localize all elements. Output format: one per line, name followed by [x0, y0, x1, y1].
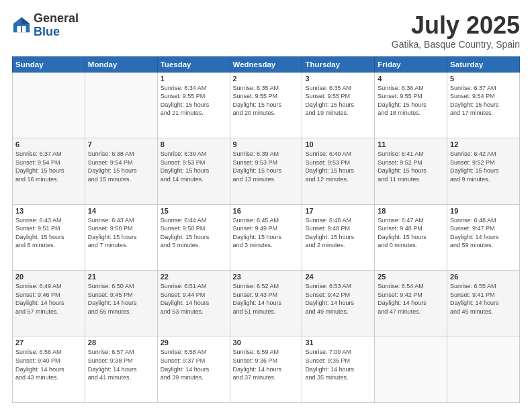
calendar-header-monday: Monday — [85, 56, 157, 72]
day-info: Sunrise: 6:55 AM Sunset: 9:41 PM Dayligh… — [450, 282, 517, 316]
day-number: 17 — [305, 207, 371, 215]
day-number: 27 — [15, 338, 82, 347]
day-number: 19 — [450, 207, 517, 215]
day-info: Sunrise: 6:35 AM Sunset: 9:55 PM Dayligh… — [305, 84, 371, 118]
title-block: July 2025 Gatika, Basque Country, Spain — [392, 12, 520, 50]
day-info: Sunrise: 6:45 AM Sunset: 9:49 PM Dayligh… — [233, 216, 300, 250]
calendar-week-row: 20Sunrise: 6:49 AM Sunset: 9:46 PM Dayli… — [13, 271, 520, 336]
day-info: Sunrise: 7:00 AM Sunset: 9:35 PM Dayligh… — [305, 348, 371, 381]
day-info: Sunrise: 6:36 AM Sunset: 9:55 PM Dayligh… — [378, 84, 444, 118]
day-number: 29 — [161, 338, 227, 347]
day-info: Sunrise: 6:40 AM Sunset: 9:53 PM Dayligh… — [305, 150, 371, 183]
logo-icon — [12, 16, 31, 35]
calendar-day-cell: 27Sunrise: 6:56 AM Sunset: 9:40 PM Dayli… — [13, 336, 85, 403]
day-info: Sunrise: 6:44 AM Sunset: 9:50 PM Dayligh… — [161, 216, 227, 250]
calendar-day-cell: 12Sunrise: 6:42 AM Sunset: 9:52 PM Dayli… — [447, 138, 520, 204]
day-info: Sunrise: 6:59 AM Sunset: 9:36 PM Dayligh… — [233, 348, 300, 381]
month-title: July 2025 — [392, 12, 520, 39]
day-number: 31 — [305, 338, 371, 347]
day-info: Sunrise: 6:51 AM Sunset: 9:44 PM Dayligh… — [161, 282, 227, 316]
calendar-day-cell: 11Sunrise: 6:41 AM Sunset: 9:52 PM Dayli… — [375, 138, 447, 204]
calendar-day-cell — [85, 72, 157, 138]
day-number: 3 — [305, 75, 371, 83]
calendar-day-cell: 5Sunrise: 6:37 AM Sunset: 9:54 PM Daylig… — [447, 72, 520, 138]
day-info: Sunrise: 6:43 AM Sunset: 9:50 PM Dayligh… — [88, 216, 154, 250]
svg-rect-2 — [17, 26, 21, 32]
calendar-day-cell: 24Sunrise: 6:53 AM Sunset: 9:42 PM Dayli… — [302, 271, 375, 336]
logo-blue: Blue — [34, 25, 60, 38]
day-number: 7 — [88, 140, 154, 148]
day-number: 2 — [233, 75, 300, 83]
day-number: 11 — [378, 140, 444, 148]
day-number: 1 — [161, 75, 227, 83]
day-number: 20 — [15, 273, 82, 281]
calendar-day-cell: 29Sunrise: 6:58 AM Sunset: 9:37 PM Dayli… — [157, 336, 230, 403]
calendar-day-cell — [13, 72, 85, 138]
calendar-day-cell: 23Sunrise: 6:52 AM Sunset: 9:43 PM Dayli… — [230, 271, 302, 336]
day-info: Sunrise: 6:53 AM Sunset: 9:42 PM Dayligh… — [305, 282, 371, 316]
calendar-week-row: 6Sunrise: 6:37 AM Sunset: 9:54 PM Daylig… — [13, 138, 520, 204]
day-info: Sunrise: 6:41 AM Sunset: 9:52 PM Dayligh… — [378, 150, 444, 183]
day-info: Sunrise: 6:54 AM Sunset: 9:42 PM Dayligh… — [378, 282, 444, 316]
calendar-day-cell: 13Sunrise: 6:43 AM Sunset: 9:51 PM Dayli… — [13, 204, 85, 270]
page: General Blue July 2025 Gatika, Basque Co… — [0, 0, 532, 411]
calendar-day-cell: 1Sunrise: 6:34 AM Sunset: 9:55 PM Daylig… — [157, 72, 230, 138]
calendar-day-cell: 2Sunrise: 6:35 AM Sunset: 9:55 PM Daylig… — [230, 72, 302, 138]
day-info: Sunrise: 6:38 AM Sunset: 9:54 PM Dayligh… — [88, 150, 154, 183]
day-number: 26 — [450, 273, 517, 281]
day-number: 14 — [88, 207, 154, 215]
day-number: 8 — [161, 140, 227, 148]
day-info: Sunrise: 6:47 AM Sunset: 9:48 PM Dayligh… — [378, 216, 444, 250]
location-subtitle: Gatika, Basque Country, Spain — [392, 39, 520, 50]
day-number: 15 — [161, 207, 227, 215]
day-number: 28 — [88, 338, 154, 347]
calendar-header-tuesday: Tuesday — [157, 56, 230, 72]
calendar-header-sunday: Sunday — [13, 56, 85, 72]
header: General Blue July 2025 Gatika, Basque Co… — [12, 12, 520, 50]
calendar-header-thursday: Thursday — [302, 56, 375, 72]
day-info: Sunrise: 6:48 AM Sunset: 9:47 PM Dayligh… — [450, 216, 517, 250]
logo-general: General — [34, 11, 79, 25]
logo: General Blue — [12, 12, 79, 39]
day-number: 30 — [233, 338, 300, 347]
day-info: Sunrise: 6:49 AM Sunset: 9:46 PM Dayligh… — [15, 282, 82, 316]
calendar-day-cell: 28Sunrise: 6:57 AM Sunset: 9:38 PM Dayli… — [85, 336, 157, 403]
day-info: Sunrise: 6:39 AM Sunset: 9:53 PM Dayligh… — [233, 150, 300, 183]
day-number: 9 — [233, 140, 300, 148]
day-number: 13 — [15, 207, 82, 215]
day-info: Sunrise: 6:46 AM Sunset: 9:48 PM Dayligh… — [305, 216, 371, 250]
day-info: Sunrise: 6:37 AM Sunset: 9:54 PM Dayligh… — [15, 150, 82, 183]
day-number: 6 — [15, 140, 82, 148]
calendar-day-cell: 9Sunrise: 6:39 AM Sunset: 9:53 PM Daylig… — [230, 138, 302, 204]
day-number: 10 — [305, 140, 371, 148]
calendar-day-cell: 7Sunrise: 6:38 AM Sunset: 9:54 PM Daylig… — [85, 138, 157, 204]
calendar-header-row: SundayMondayTuesdayWednesdayThursdayFrid… — [13, 56, 520, 72]
calendar-day-cell — [447, 336, 520, 403]
day-number: 18 — [378, 207, 444, 215]
calendar-day-cell: 31Sunrise: 7:00 AM Sunset: 9:35 PM Dayli… — [302, 336, 375, 403]
day-number: 21 — [88, 273, 154, 281]
day-number: 22 — [161, 273, 227, 281]
day-info: Sunrise: 6:57 AM Sunset: 9:38 PM Dayligh… — [88, 348, 154, 381]
calendar-day-cell: 8Sunrise: 6:39 AM Sunset: 9:53 PM Daylig… — [157, 138, 230, 204]
day-info: Sunrise: 6:58 AM Sunset: 9:37 PM Dayligh… — [161, 348, 227, 381]
day-number: 5 — [450, 75, 517, 83]
calendar-week-row: 1Sunrise: 6:34 AM Sunset: 9:55 PM Daylig… — [13, 72, 520, 138]
calendar-day-cell: 16Sunrise: 6:45 AM Sunset: 9:49 PM Dayli… — [230, 204, 302, 270]
calendar-day-cell: 25Sunrise: 6:54 AM Sunset: 9:42 PM Dayli… — [375, 271, 447, 336]
day-info: Sunrise: 6:43 AM Sunset: 9:51 PM Dayligh… — [15, 216, 82, 250]
calendar-day-cell: 30Sunrise: 6:59 AM Sunset: 9:36 PM Dayli… — [230, 336, 302, 403]
calendar-table: SundayMondayTuesdayWednesdayThursdayFrid… — [12, 56, 520, 403]
day-info: Sunrise: 6:35 AM Sunset: 9:55 PM Dayligh… — [233, 84, 300, 118]
calendar-day-cell: 18Sunrise: 6:47 AM Sunset: 9:48 PM Dayli… — [375, 204, 447, 270]
calendar-day-cell: 21Sunrise: 6:50 AM Sunset: 9:45 PM Dayli… — [85, 271, 157, 336]
day-info: Sunrise: 6:52 AM Sunset: 9:43 PM Dayligh… — [233, 282, 300, 316]
day-info: Sunrise: 6:50 AM Sunset: 9:45 PM Dayligh… — [88, 282, 154, 316]
day-info: Sunrise: 6:37 AM Sunset: 9:54 PM Dayligh… — [450, 84, 517, 118]
calendar-day-cell — [375, 336, 447, 403]
logo-text: General Blue — [34, 12, 79, 39]
calendar-day-cell: 10Sunrise: 6:40 AM Sunset: 9:53 PM Dayli… — [302, 138, 375, 204]
calendar-day-cell: 15Sunrise: 6:44 AM Sunset: 9:50 PM Dayli… — [157, 204, 230, 270]
day-number: 12 — [450, 140, 517, 148]
day-info: Sunrise: 6:39 AM Sunset: 9:53 PM Dayligh… — [161, 150, 227, 183]
